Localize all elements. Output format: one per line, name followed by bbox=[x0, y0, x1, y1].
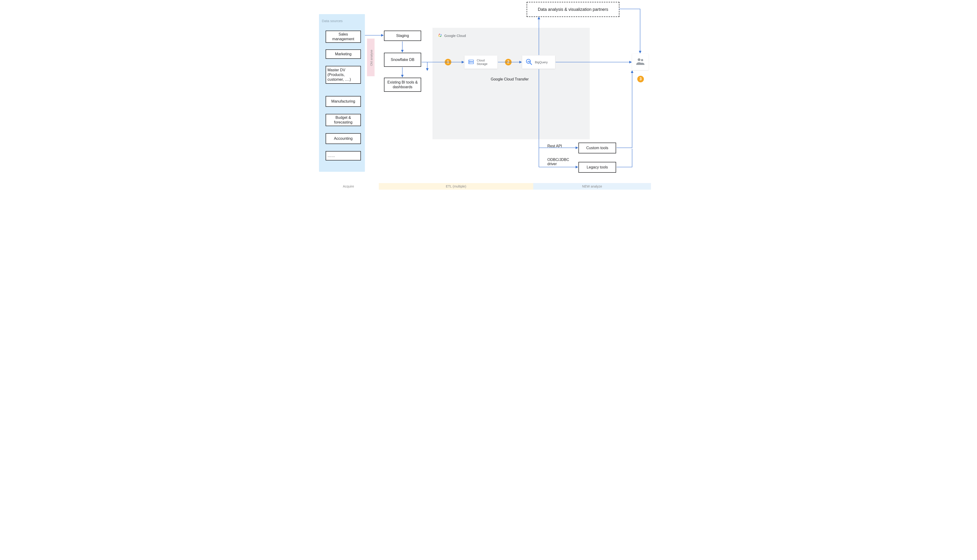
source-accounting: Accounting bbox=[326, 133, 361, 144]
google-cloud-brand: Google Cloud bbox=[438, 33, 466, 38]
source-budget: Budget & forecasting bbox=[326, 114, 361, 126]
rest-api-label: Rest API bbox=[547, 144, 562, 148]
box-custom-tools: Custom tools bbox=[578, 143, 616, 153]
svg-rect-6 bbox=[528, 61, 528, 62]
svc-cloud-storage: Cloud Storage bbox=[464, 55, 498, 69]
svg-rect-7 bbox=[529, 61, 529, 62]
source-marketing: Marketing bbox=[326, 49, 361, 59]
svg-rect-1 bbox=[469, 62, 474, 64]
svg-rect-8 bbox=[529, 61, 530, 62]
box-legacy-tools: Legacy tools bbox=[578, 162, 616, 173]
box-staging: Staging bbox=[384, 31, 421, 41]
svg-rect-0 bbox=[469, 60, 474, 62]
phase-etl: ETL (multiple) bbox=[379, 183, 533, 190]
old-analyse-label: Old analyse bbox=[370, 50, 373, 66]
svg-point-9 bbox=[638, 58, 641, 61]
source-more: …… bbox=[326, 151, 361, 160]
source-sales: Sales management bbox=[326, 31, 361, 43]
box-bi-tools: Existing BI tools & dashboards bbox=[384, 78, 421, 92]
data-sources-title: Data sources bbox=[322, 19, 342, 23]
phase-acquire: Acquire bbox=[324, 183, 373, 190]
svg-point-10 bbox=[641, 59, 643, 62]
cloud-storage-label: Cloud Storage bbox=[477, 58, 494, 66]
phase-new-analyze: NEW analyze bbox=[533, 183, 651, 190]
cloud-storage-icon bbox=[468, 58, 474, 66]
svg-point-2 bbox=[469, 60, 470, 61]
bigquery-icon bbox=[526, 58, 533, 66]
odbc-jdbc-label: ODBC/JDBC driver bbox=[547, 158, 576, 166]
users-icon bbox=[635, 56, 646, 68]
panel-google-cloud bbox=[433, 28, 590, 139]
svg-point-3 bbox=[469, 63, 470, 63]
google-cloud-brand-text: Google Cloud bbox=[444, 33, 466, 38]
svg-line-5 bbox=[530, 63, 532, 65]
panel-partners: Data analysis & visualization partners bbox=[527, 2, 620, 17]
users-box bbox=[632, 53, 649, 70]
google-cloud-logo-icon bbox=[438, 33, 443, 38]
partners-label: Data analysis & visualization partners bbox=[538, 7, 608, 12]
step-2: 2 bbox=[505, 59, 511, 65]
source-mfg: Manufacturing bbox=[326, 96, 361, 107]
step-1: 1 bbox=[445, 59, 451, 65]
transfer-label: Google Cloud Transfer bbox=[481, 77, 538, 82]
architecture-diagram: Data analysis & visualization partners D… bbox=[317, 0, 660, 198]
svc-bigquery: BigQuery bbox=[522, 55, 555, 69]
source-master-dv: Master DV (Products, customer, ….) bbox=[326, 66, 361, 84]
box-snowflake: Snowflake DB bbox=[384, 53, 421, 67]
step-3: 3 bbox=[637, 76, 644, 82]
bigquery-label: BigQuery bbox=[535, 60, 548, 64]
